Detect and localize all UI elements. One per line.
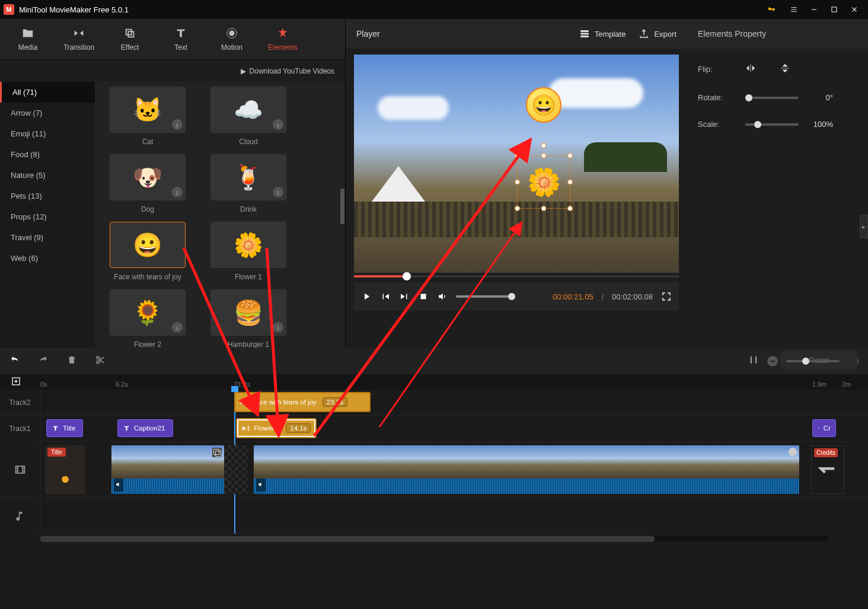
tabstrip: Media Transition Effect Text Motion Elem… (0, 19, 345, 60)
category-pets[interactable]: Pets (13) (0, 186, 95, 206)
category-travel[interactable]: Travel (9) (0, 227, 95, 248)
category-emoji[interactable]: Emoji (11) (0, 123, 95, 144)
element-card-flower2[interactable]: 🌻↓ Flower 2 (103, 289, 192, 348)
download-youtube-link[interactable]: ▶Download YouTube Videos (241, 67, 334, 75)
tab-text[interactable]: Text (158, 27, 204, 52)
undo-button[interactable] (9, 355, 20, 368)
stop-button[interactable] (418, 291, 429, 302)
resize-handle[interactable] (515, 153, 520, 158)
audio-lane[interactable] (40, 498, 868, 533)
element-thumb-icon: 🌻 (133, 299, 162, 327)
rotate-handle[interactable] (541, 143, 547, 148)
scrubber-knob[interactable] (403, 272, 411, 280)
preview-emoji-element[interactable]: 😀 (526, 87, 561, 123)
prev-frame-button[interactable] (380, 291, 391, 302)
category-all[interactable]: All (71) (0, 82, 95, 103)
zoom-out-button[interactable]: − (767, 356, 778, 366)
tab-effect[interactable]: Effect (107, 27, 153, 52)
activate-key-icon[interactable] (761, 0, 781, 19)
multi-icon (212, 448, 222, 457)
element-card-hamburger[interactable]: 🍔↓ Hamburger 1 (204, 289, 293, 348)
clip-duration: 14.1s (286, 423, 311, 433)
collapse-properties-button[interactable]: ▸ (860, 215, 868, 238)
category-food[interactable]: Food (8) (0, 144, 95, 165)
media-clip-credits[interactable]: Credits (811, 445, 844, 494)
download-icon[interactable]: ↓ (172, 119, 183, 130)
clip-text-caption[interactable]: Caption21 (117, 419, 173, 437)
download-icon[interactable]: ↓ (273, 187, 283, 197)
element-card-face-joy[interactable]: 😀 Face with tears of joy (103, 222, 192, 281)
resize-handle[interactable] (541, 206, 547, 211)
star-icon: ★‡ (241, 425, 250, 432)
clip-element-flower1[interactable]: ★‡ Flower 1 14.1s (236, 418, 317, 438)
category-props[interactable]: Props (12) (0, 206, 95, 227)
ruler-mark: 6.2s (116, 381, 128, 388)
category-web[interactable]: Web (6) (0, 248, 95, 269)
clip-badge: Title (47, 448, 66, 457)
download-icon[interactable]: ↓ (172, 322, 183, 333)
resize-handle[interactable] (541, 153, 547, 158)
download-icon[interactable]: ↓ (172, 187, 183, 197)
volume-slider[interactable] (456, 295, 515, 298)
minimize-button[interactable] (804, 0, 824, 19)
tab-elements[interactable]: Elements (260, 27, 306, 52)
track-lane[interactable]: ★‡ Face with tears of joy 23.2s (40, 390, 868, 415)
download-icon[interactable]: ↓ (273, 119, 283, 130)
timeline-ruler[interactable]: 0s 6.2s 21.2s 1.9m 2m (0, 374, 868, 390)
export-button[interactable]: Export (639, 28, 676, 39)
element-card-dog[interactable]: 🐶↓ Dog (103, 154, 192, 213)
resize-handle[interactable] (515, 206, 520, 211)
preview-scrubber[interactable] (354, 275, 679, 278)
flip-vertical-button[interactable] (780, 63, 790, 75)
next-frame-button[interactable] (399, 291, 410, 302)
media-clip-title[interactable]: Title (45, 445, 85, 494)
add-track-button[interactable] (11, 376, 21, 388)
resize-handle[interactable] (567, 206, 573, 211)
rotate-slider[interactable] (745, 97, 799, 99)
element-card-cloud[interactable]: ☁️↓ Cloud (204, 87, 293, 146)
clip-text-title[interactable]: Title (46, 419, 83, 437)
download-icon[interactable]: ↓ (273, 322, 283, 333)
category-arrow[interactable]: Arrow (7) (0, 103, 95, 123)
delete-button[interactable] (66, 355, 77, 368)
category-nature[interactable]: Nature (5) (0, 165, 95, 186)
media-clip-video2[interactable] (254, 445, 799, 494)
transition-slot[interactable] (224, 445, 248, 494)
clip-text-credits[interactable]: Cr (812, 419, 836, 437)
tab-media[interactable]: Media (5, 27, 51, 52)
maximize-button[interactable] (824, 0, 844, 19)
preview-flower-element[interactable]: 🌼 (517, 155, 570, 209)
flip-horizontal-button[interactable] (745, 63, 756, 75)
timeline-scrollbar[interactable] (40, 536, 828, 542)
player-header: Player Template Export (346, 19, 687, 49)
track-label: Track2 (0, 390, 40, 415)
element-card-flower1[interactable]: 🌼 Flower 1 (204, 222, 293, 281)
media-lane[interactable]: Title Credits (40, 442, 868, 498)
zoom-slider[interactable] (786, 360, 840, 362)
split-button[interactable] (95, 355, 106, 368)
clip-element-face-joy[interactable]: ★‡ Face with tears of joy 23.2s (234, 392, 371, 412)
track-lane[interactable]: Title Caption21 ★‡ Flower 1 14.1s Cr (40, 416, 868, 441)
resize-handle[interactable] (567, 153, 573, 158)
media-clip-video1[interactable] (111, 445, 224, 494)
preview-canvas[interactable]: 😀 🌼 (354, 55, 679, 273)
play-button[interactable] (361, 291, 372, 302)
resize-handle[interactable] (515, 180, 520, 185)
resize-handle[interactable] (567, 180, 573, 185)
fullscreen-button[interactable] (661, 291, 672, 302)
close-button[interactable] (844, 0, 864, 19)
redo-button[interactable] (38, 355, 49, 368)
element-card-drink[interactable]: 🍹↓ Drink (204, 154, 293, 213)
volume-icon[interactable] (256, 479, 266, 492)
template-button[interactable]: Template (579, 28, 626, 39)
snap-button[interactable] (748, 355, 759, 368)
element-card-cat[interactable]: 🐱↓ Cat (103, 87, 192, 146)
volume-icon[interactable] (114, 479, 123, 492)
volume-button[interactable] (437, 291, 448, 302)
elements-scrollbar[interactable] (340, 189, 344, 224)
tab-transition[interactable]: Transition (56, 27, 102, 52)
scale-slider[interactable] (745, 123, 799, 126)
track-row-audio (0, 498, 868, 534)
menu-icon[interactable] (784, 0, 804, 19)
tab-motion[interactable]: Motion (209, 27, 255, 52)
